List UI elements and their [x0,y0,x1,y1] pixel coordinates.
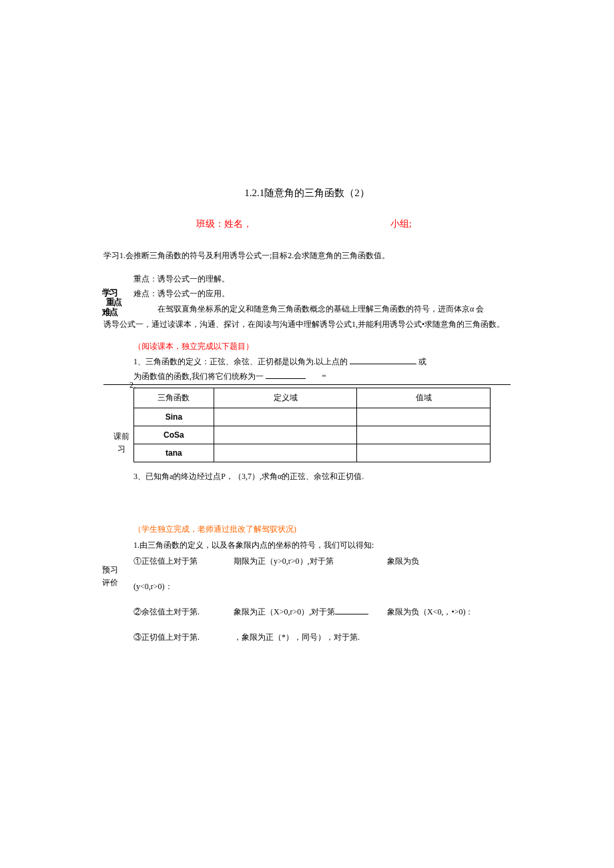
q2-number: 2、 [129,380,141,391]
prestudy-q1: 1、三角函数的定义：正弦、余弦、正切都是以角为.以上点的 或 [133,354,511,370]
eval-sin-cont: (y<0,r>0)： [133,578,511,594]
eval-sin-row: ①正弦值上对于第 期限为正（y>0,r>0）,对于第 象限为负 [133,553,511,569]
table-row: CoSa [134,426,491,444]
page-title: 1.2.1随意角的三角函数（2） [103,187,511,199]
cell-tan: tana [134,444,214,462]
eval-content: （学生独立完成，老师通过批改了解驾驭状况) 1.由三角函数的定义，以及各象限内点… [133,521,511,645]
cell-cos: CoSa [134,426,214,444]
cell-empty [214,426,357,444]
eval-cos-row: ②余弦值土对于第. 象限为正（X>0,r>0）,对于第 象限为负（X<0,，•>… [133,604,511,620]
class-name-label: 班级：姓名， [196,219,252,229]
cell-empty [214,444,357,462]
prestudy-header: （阅读课本，独立完成以下题目） [133,339,511,354]
side-label-focus: 学习 重点 难点 [102,286,122,326]
prestudy-q1-cont: 为函数值的函数,我们将它们统称为一 = [133,369,511,384]
group-label: 小组; [390,219,412,229]
table-header-range: 值域 [357,388,491,408]
cell-empty [357,408,491,426]
table-row: tana [134,444,491,462]
eval-header: （学生独立完成，老师通过批改了解驾驭状况) [133,521,511,537]
table-header-domain: 定义域 [214,388,357,408]
cell-sin: Sina [134,408,214,426]
focus-line-2: 难点：诱导公式一的应用。 [133,286,511,302]
prestudy-q3: 3、已知角a的终边经过点P，（3,7）,求角α的正弦、余弦和正切值. [133,469,511,484]
side-label-prestudy: 课前 习 [113,430,129,456]
focus-line-1: 重点：诱导公式一的理解。 [133,272,511,287]
learning-goal: 学习1.会推断三角函数的符号及利用诱导公式一;目标2.会求随意角的三角函数值。 [103,249,511,264]
cell-empty [357,426,491,444]
table-row: Sina [134,408,491,426]
eval-tan-row: ③正切值上对于第. ，象限为正（*），同号），对于第. [133,629,511,645]
table-row: 三角函数 定义域 值域 [134,388,491,408]
cell-empty [214,408,357,426]
focus-line-3: 在驾驭直角坐标系的定义和随意角三角函数概念的基础上理解三角函数的符号，进而体京α… [133,302,511,317]
trig-table: 三角函数 定义域 值域 Sina CoSa tana [133,388,491,462]
side-label-eval: 预习 评价 [102,564,118,589]
table-header-func: 三角函数 [134,388,214,408]
prestudy-block: （阅读课本，独立完成以下题目） 1、三角函数的定义：正弦、余弦、正切都是以角为.… [133,339,511,384]
focus-content: 重点：诱导公式一的理解。 难点：诱导公式一的应用。 在驾驭直角坐标系的定义和随意… [133,272,511,317]
subtitle-line: 班级：姓名， 小组; [103,218,511,230]
eval-q1: 1.由三角函数的定义，以及各象限内点的坐标的符号，我们可以得知: [133,537,511,553]
cell-empty [357,444,491,462]
focus-line-4: 诱导公式一，通过读课本，沟通、探讨，在阅读与沟通中理解诱导公式1,并能利用诱导公… [103,317,511,332]
